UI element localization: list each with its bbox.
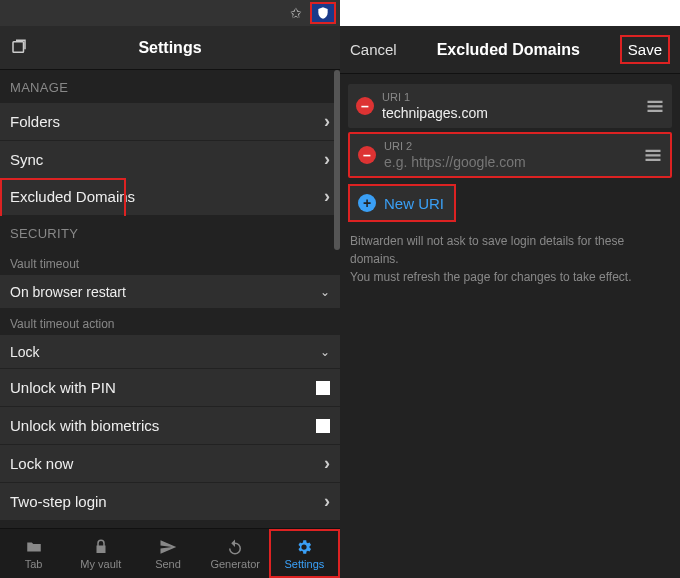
gear-icon [294, 538, 314, 556]
svg-rect-0 [13, 41, 24, 52]
shield-icon [316, 6, 330, 20]
chevron-right-icon: › [324, 491, 330, 512]
uri-placeholder: e.g. https://google.com [384, 154, 636, 170]
favorite-icon[interactable]: ✩ [290, 5, 302, 21]
tab-label: Send [155, 558, 181, 570]
row-excluded-domains-highlight [0, 178, 126, 216]
select-value: On browser restart [10, 284, 126, 300]
browser-toolbar: ✩ [0, 0, 340, 26]
uri-row-2: – URI 2 e.g. https://google.com [348, 132, 672, 178]
row-label: Sync [10, 151, 324, 168]
row-sync[interactable]: Sync › [0, 141, 340, 179]
hint-line-2: You must refresh the page for changes to… [350, 270, 632, 284]
uri-label: URI 1 [382, 91, 638, 103]
settings-panel: ✩ Settings MANAGE Folders › Sync › [0, 0, 340, 578]
page-title: Settings [30, 39, 310, 57]
chevron-down-icon: ⌄ [320, 285, 330, 299]
save-button[interactable]: Save [620, 35, 670, 64]
tab-tab[interactable]: Tab [0, 529, 67, 578]
svg-rect-4 [646, 150, 661, 152]
row-lock-now[interactable]: Lock now › [0, 445, 340, 483]
spacer [340, 0, 680, 26]
bottom-tabbar: Tab My vault Send Generator Settings [0, 528, 340, 578]
folder-icon [24, 538, 44, 556]
vault-timeout-label: Vault timeout [0, 249, 340, 275]
tab-send[interactable]: Send [134, 529, 201, 578]
svg-rect-2 [648, 105, 663, 107]
remove-icon[interactable]: – [356, 97, 374, 115]
row-folders[interactable]: Folders › [0, 103, 340, 141]
cancel-button[interactable]: Cancel [350, 41, 397, 58]
uri-label: URI 2 [384, 140, 636, 152]
svg-rect-5 [646, 154, 661, 156]
title-bar: Settings [0, 26, 340, 70]
extension-icon[interactable] [310, 2, 336, 24]
select-value: Lock [10, 344, 40, 360]
options-icon[interactable] [644, 148, 662, 162]
hint-line-1: Bitwarden will not ask to save login det… [350, 234, 624, 266]
new-uri-button[interactable]: + New URI [348, 184, 456, 222]
popout-icon[interactable] [10, 38, 30, 58]
uri-input-1[interactable]: URI 1 technipages.com [382, 91, 638, 121]
page-title: Excluded Domains [397, 41, 620, 59]
section-security: SECURITY [0, 216, 340, 249]
row-label: Folders [10, 113, 324, 130]
chevron-right-icon: › [324, 453, 330, 474]
svg-rect-6 [646, 159, 661, 161]
svg-rect-3 [648, 110, 663, 112]
section-account: ACCOUNT [0, 521, 340, 528]
vault-timeout-select[interactable]: On browser restart ⌄ [0, 275, 340, 309]
chevron-right-icon: › [324, 149, 330, 170]
vault-timeout-action-select[interactable]: Lock ⌄ [0, 335, 340, 369]
tab-generator[interactable]: Generator [202, 529, 269, 578]
hint-text: Bitwarden will not ask to save login det… [340, 222, 680, 296]
row-unlock-pin[interactable]: Unlock with PIN [0, 369, 340, 407]
chevron-right-icon: › [324, 111, 330, 132]
checkbox[interactable] [316, 419, 330, 433]
tab-settings[interactable]: Settings [269, 529, 340, 578]
tab-label: Generator [210, 558, 260, 570]
uri-row-1: – URI 1 technipages.com [348, 84, 672, 128]
new-uri-label: New URI [384, 195, 444, 212]
row-label: Lock now [10, 455, 324, 472]
plus-icon: + [358, 194, 376, 212]
options-icon[interactable] [646, 99, 664, 113]
excluded-domains-panel: Cancel Excluded Domains Save – URI 1 tec… [340, 0, 680, 578]
row-label: Unlock with PIN [10, 379, 316, 396]
chevron-right-icon: › [324, 186, 330, 207]
tab-label: Tab [25, 558, 43, 570]
row-label: Unlock with biometrics [10, 417, 316, 434]
settings-scroll: MANAGE Folders › Sync › Excluded Domains… [0, 70, 340, 528]
chevron-down-icon: ⌄ [320, 345, 330, 359]
checkbox[interactable] [316, 381, 330, 395]
row-unlock-bio[interactable]: Unlock with biometrics [0, 407, 340, 445]
row-label: Two-step login [10, 493, 324, 510]
tab-vault[interactable]: My vault [67, 529, 134, 578]
uri-input-2[interactable]: URI 2 e.g. https://google.com [384, 140, 636, 170]
tab-label: My vault [80, 558, 121, 570]
vault-timeout-action-label: Vault timeout action [0, 309, 340, 335]
section-manage: MANAGE [0, 70, 340, 103]
send-icon [158, 538, 178, 556]
uri-value: technipages.com [382, 105, 638, 121]
lock-icon [91, 538, 111, 556]
remove-icon[interactable]: – [358, 146, 376, 164]
row-two-step[interactable]: Two-step login › [0, 483, 340, 521]
svg-rect-1 [648, 101, 663, 103]
right-header: Cancel Excluded Domains Save [340, 26, 680, 74]
refresh-icon [225, 538, 245, 556]
tab-label: Settings [285, 558, 325, 570]
